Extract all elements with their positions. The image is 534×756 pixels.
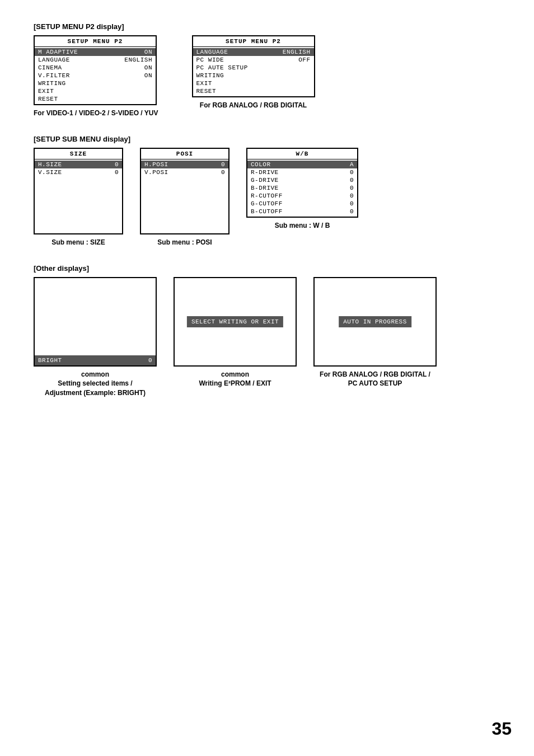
item-label: EXIT: [38, 88, 54, 95]
menu-item-hposi: H.POSI 0: [141, 161, 228, 168]
menu-item-writing-rgb: WRITING: [193, 72, 314, 79]
item-label: CINEMA: [38, 64, 62, 71]
menu-item-pcwide: PC WIDE OFF: [193, 56, 314, 64]
item-value: A: [350, 161, 354, 168]
size-box: SIZE H.SIZE 0 V.SIZE 0: [34, 148, 123, 234]
caption-posi: Sub menu : POSI: [140, 238, 229, 247]
setup-menu-rgb-group: SETUP MENU P2 LANGUAGE ENGLISH PC WIDE O…: [192, 35, 315, 110]
bright-label: BRIGHT: [38, 357, 62, 364]
writing-box: SELECT WRITING OR EXIT: [174, 277, 297, 367]
menu-item-rdrive: R-DRIVE 0: [247, 168, 357, 176]
section3: [Other displays] BRIGHT 0 common Setting…: [34, 264, 500, 398]
bright-group: BRIGHT 0 common Setting selected items /…: [34, 277, 157, 398]
menu-item-gcutoff: G-CUTOFF 0: [247, 200, 357, 208]
auto-group: AUTO IN PROGRESS For RGB ANALOG / RGB DI…: [313, 277, 437, 389]
item-value: ON: [144, 72, 152, 79]
menu-item-m-adaptive: M ADAPTIVE ON: [35, 48, 156, 56]
item-label: PC AUTE SETUP: [196, 64, 248, 71]
bright-box: BRIGHT 0: [34, 277, 157, 367]
item-value: 0: [350, 208, 354, 215]
menu-item-bdrive: B-DRIVE 0: [247, 184, 357, 192]
item-label: COLOR: [251, 161, 271, 168]
menu-item-exit-v: EXIT: [35, 87, 156, 95]
caption-size: Sub menu : SIZE: [34, 238, 123, 247]
size-group: SIZE H.SIZE 0 V.SIZE 0 Sub menu : SIZE: [34, 148, 123, 247]
item-value: ENGLISH: [283, 49, 311, 55]
auto-center-bar: AUTO IN PROGRESS: [339, 316, 411, 327]
setup-menu-rgb-box: SETUP MENU P2 LANGUAGE ENGLISH PC WIDE O…: [192, 35, 315, 97]
item-value: 0: [115, 161, 119, 168]
item-label: LANGUAGE: [38, 57, 70, 63]
menu-item-cinema: CINEMA ON: [35, 64, 156, 72]
menu-item-color: COLOR A: [247, 161, 357, 168]
caption-wb: Sub menu : W / B: [246, 221, 358, 231]
item-value: ON: [144, 49, 152, 55]
menu-item-bcutoff: B-CUTOFF 0: [247, 208, 357, 215]
item-label: WRITING: [38, 80, 66, 87]
writing-group: SELECT WRITING OR EXIT common Writing E²…: [174, 277, 297, 389]
item-label: EXIT: [196, 80, 212, 87]
item-label: PC WIDE: [196, 57, 224, 63]
setup-menu-video-title: SETUP MENU P2: [35, 36, 156, 47]
menu-item-gdrive: G-DRIVE 0: [247, 176, 357, 184]
item-value: ENGLISH: [124, 57, 152, 63]
item-value: 0: [115, 169, 119, 176]
writing-center-bar: SELECT WRITING OR EXIT: [187, 316, 283, 327]
menu-item-hsize: H.SIZE 0: [35, 161, 122, 168]
section1: [SETUP MENU P2 display] SETUP MENU P2 M …: [34, 22, 500, 118]
posi-box: POSI H.POSI 0 V.POSI 0: [140, 148, 229, 234]
bright-bottom-bar: BRIGHT 0: [35, 355, 156, 365]
menu-item-vposi: V.POSI 0: [141, 168, 228, 176]
item-label: G-CUTOFF: [251, 200, 283, 207]
item-label: RESET: [38, 96, 58, 102]
item-value: ON: [144, 64, 152, 71]
item-value: 0: [350, 185, 354, 191]
item-value: 0: [350, 192, 354, 199]
item-value: 0: [221, 161, 225, 168]
item-value: 0: [221, 169, 225, 176]
menu-item-language-v: LANGUAGE ENGLISH: [35, 56, 156, 64]
bright-value: 0: [148, 357, 152, 364]
section1-label: [SETUP MENU P2 display]: [34, 22, 500, 31]
item-value: 0: [350, 177, 354, 184]
posi-group: POSI H.POSI 0 V.POSI 0 Sub menu : POSI: [140, 148, 229, 247]
caption-rgb: For RGB ANALOG / RGB DIGITAL: [192, 101, 315, 110]
item-label: M ADAPTIVE: [38, 49, 78, 55]
item-label: V.FILTER: [38, 72, 70, 79]
menu-item-rcutoff: R-CUTOFF 0: [247, 192, 357, 200]
page-number: 35: [491, 719, 512, 739]
item-label: R-CUTOFF: [251, 192, 283, 199]
item-label: B-DRIVE: [251, 185, 279, 191]
section2-label: [SETUP SUB MENU display]: [34, 135, 500, 143]
menu-item-reset-v: RESET: [35, 95, 156, 103]
item-label: B-CUTOFF: [251, 208, 283, 215]
item-label: V.SIZE: [38, 169, 62, 176]
menu-item-pcaute: PC AUTE SETUP: [193, 64, 314, 72]
item-label: V.POSI: [144, 169, 168, 176]
menu-item-reset-rgb: RESET: [193, 87, 314, 95]
auto-box: AUTO IN PROGRESS: [313, 277, 437, 367]
menu-item-vsize: V.SIZE 0: [35, 168, 122, 176]
item-label: H.POSI: [144, 161, 168, 168]
item-value: 0: [350, 169, 354, 176]
setup-menu-video-group: SETUP MENU P2 M ADAPTIVE ON LANGUAGE ENG…: [34, 35, 158, 118]
menu-item-writing-v: WRITING: [35, 79, 156, 87]
size-title: SIZE: [35, 149, 122, 159]
menu-item-exit-rgb: EXIT: [193, 79, 314, 87]
setup-menu-video-box: SETUP MENU P2 M ADAPTIVE ON LANGUAGE ENG…: [34, 35, 157, 105]
setup-menu-rgb-title: SETUP MENU P2: [193, 36, 314, 47]
posi-title: POSI: [141, 149, 228, 159]
wb-box: W/B COLOR A R-DRIVE 0 G-DRIVE 0: [246, 148, 358, 218]
wb-title: W/B: [247, 149, 357, 159]
item-label: G-DRIVE: [251, 177, 279, 184]
menu-item-vfilter: V.FILTER ON: [35, 72, 156, 79]
caption-bright: common Setting selected items / Adjustme…: [34, 370, 157, 398]
section3-label: [Other displays]: [34, 264, 500, 273]
item-label: H.SIZE: [38, 161, 62, 168]
item-label: RESET: [196, 88, 217, 95]
item-value: OFF: [298, 57, 310, 63]
item-value: 0: [350, 200, 354, 207]
menu-item-language-rgb: LANGUAGE ENGLISH: [193, 48, 314, 56]
wb-group: W/B COLOR A R-DRIVE 0 G-DRIVE 0: [246, 148, 358, 231]
section2: [SETUP SUB MENU display] SIZE H.SIZE 0 V…: [34, 135, 500, 247]
